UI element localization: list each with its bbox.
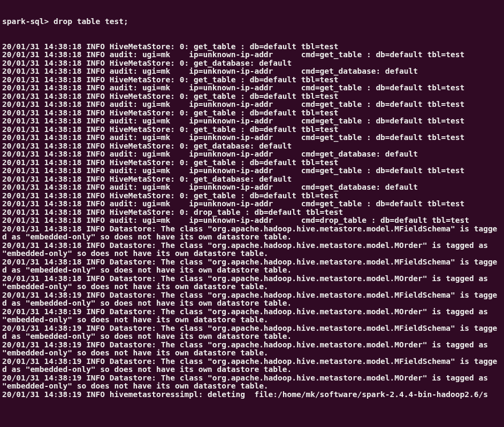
log-line: 20/01/31 14:38:18 INFO audit: ugi=mk ip=… bbox=[2, 200, 502, 208]
log-line: 20/01/31 14:38:19 INFO Datastore: The cl… bbox=[2, 324, 502, 341]
log-line: 20/01/31 14:38:19 INFO hivemetastoressim… bbox=[2, 391, 502, 399]
log-line: 20/01/31 14:38:19 INFO Datastore: The cl… bbox=[2, 291, 502, 308]
command-text: drop table test; bbox=[54, 17, 128, 26]
log-output: 20/01/31 14:38:18 INFO HiveMetaStore: 0:… bbox=[2, 43, 502, 399]
log-line: 20/01/31 14:38:18 INFO Datastore: The cl… bbox=[2, 275, 502, 291]
prompt-line[interactable]: spark-sql> drop table test; bbox=[2, 18, 502, 26]
log-line: 20/01/31 14:38:18 INFO HiveMetaStore: 0:… bbox=[2, 59, 502, 68]
terminal-window[interactable]: spark-sql> drop table test; 20/01/31 14:… bbox=[0, 0, 504, 427]
log-line: 20/01/31 14:38:18 INFO audit: ugi=mk ip=… bbox=[2, 167, 502, 175]
log-line: 20/01/31 14:38:18 INFO HiveMetaStore: 0:… bbox=[2, 109, 502, 118]
log-line: 20/01/31 14:38:18 INFO audit: ugi=mk ip=… bbox=[2, 51, 502, 59]
log-line: 20/01/31 14:38:18 INFO HiveMetaStore: 0:… bbox=[2, 92, 502, 101]
log-line: 20/01/31 14:38:18 INFO audit: ugi=mk ip=… bbox=[2, 134, 502, 142]
log-line: 20/01/31 14:38:19 INFO Datastore: The cl… bbox=[2, 341, 502, 358]
log-line: 20/01/31 14:38:18 INFO Datastore: The cl… bbox=[2, 258, 502, 275]
log-line: 20/01/31 14:38:18 INFO HiveMetaStore: 0:… bbox=[2, 208, 502, 217]
log-line: 20/01/31 14:38:18 INFO HiveMetaStore: 0:… bbox=[2, 192, 502, 200]
log-line: 20/01/31 14:38:18 INFO audit: ugi=mk ip=… bbox=[2, 84, 502, 92]
log-line: 20/01/31 14:38:18 INFO audit: ugi=mk ip=… bbox=[2, 67, 502, 76]
log-line: 20/01/31 14:38:18 INFO HiveMetaStore: 0:… bbox=[2, 159, 502, 167]
log-line: 20/01/31 14:38:18 INFO Datastore: The cl… bbox=[2, 242, 502, 258]
log-line: 20/01/31 14:38:18 INFO Datastore: The cl… bbox=[2, 225, 502, 242]
log-line: 20/01/31 14:38:18 INFO HiveMetaStore: 0:… bbox=[2, 126, 502, 134]
log-line: 20/01/31 14:38:19 INFO Datastore: The cl… bbox=[2, 308, 502, 324]
log-line: 20/01/31 14:38:18 INFO audit: ugi=mk ip=… bbox=[2, 100, 502, 109]
log-line: 20/01/31 14:38:18 INFO HiveMetaStore: 0:… bbox=[2, 142, 502, 151]
log-line: 20/01/31 14:38:18 INFO audit: ugi=mk ip=… bbox=[2, 117, 502, 126]
log-line: 20/01/31 14:38:18 INFO audit: ugi=mk ip=… bbox=[2, 150, 502, 159]
log-line: 20/01/31 14:38:19 INFO Datastore: The cl… bbox=[2, 358, 502, 374]
log-line: 20/01/31 14:38:18 INFO HiveMetaStore: 0:… bbox=[2, 76, 502, 84]
log-line: 20/01/31 14:38:18 INFO audit: ugi=mk ip=… bbox=[2, 216, 502, 225]
log-line: 20/01/31 14:38:18 INFO audit: ugi=mk ip=… bbox=[2, 183, 502, 192]
log-line: 20/01/31 14:38:19 INFO Datastore: The cl… bbox=[2, 374, 502, 391]
shell-prompt: spark-sql> bbox=[2, 17, 54, 26]
log-line: 20/01/31 14:38:18 INFO HiveMetaStore: 0:… bbox=[2, 175, 502, 184]
log-line: 20/01/31 14:38:18 INFO HiveMetaStore: 0:… bbox=[2, 43, 502, 51]
